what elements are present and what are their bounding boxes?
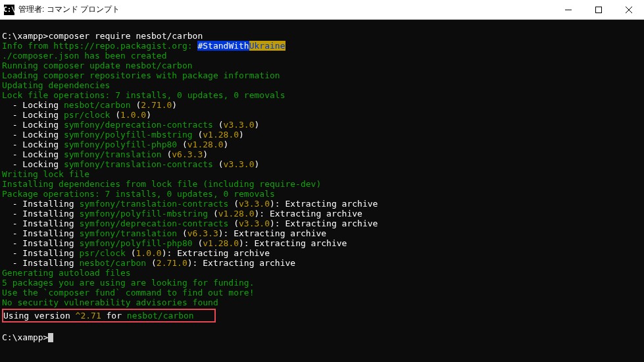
- terminal-line: Writing lock file: [2, 169, 642, 179]
- install-line: - Installing nesbot/carbon (2.71.0): Ext…: [2, 258, 642, 268]
- lock-paren: (: [131, 100, 141, 110]
- inst-paren: (: [208, 209, 218, 219]
- using-version-line: Using version ^2.71 for nesbot/carbon: [3, 311, 214, 321]
- lock-paren: (: [162, 149, 172, 159]
- install-line: - Installing symfony/translation (v6.3.3…: [2, 228, 642, 238]
- inst-post: ): Extracting archive: [218, 228, 326, 238]
- lock-paren: (: [177, 140, 187, 149]
- inst-pkg: symfony/translation: [79, 228, 177, 238]
- terminal-line: 5 packages you are using are looking for…: [2, 278, 642, 288]
- inst-paren: (: [228, 199, 239, 209]
- prompt-path: C:\xampp>: [2, 332, 48, 342]
- inst-post: ): Extracting archive: [239, 238, 347, 248]
- inst-pkg: symfony/translation-contracts: [79, 199, 228, 209]
- lock-pkg: symfony/translation-contracts: [64, 159, 213, 169]
- inst-paren: (: [177, 228, 187, 238]
- lock-paren: ): [146, 110, 151, 120]
- ukraine-text: Ukraine: [249, 41, 285, 51]
- lock-ver: 1.0.0: [120, 110, 146, 120]
- minimize-icon: [565, 7, 572, 13]
- maximize-button[interactable]: [583, 0, 614, 20]
- terminal-line: No security vulnerability advisories fou…: [2, 297, 642, 307]
- close-icon: [626, 7, 632, 13]
- lock-paren: (: [110, 110, 120, 120]
- inst-ver: v3.3.0: [239, 199, 270, 209]
- inst-ver: v1.28.0: [203, 238, 239, 248]
- info-text: Info from https://repo.packagist.org:: [2, 41, 197, 51]
- inst-pkg: symfony/polyfill-mbstring: [79, 209, 208, 219]
- cursor: [48, 333, 53, 342]
- prompt-command: composer require nesbot/carbon: [48, 31, 203, 41]
- lock-prefix: - Locking: [2, 149, 64, 159]
- lock-prefix: - Locking: [2, 159, 64, 169]
- prompt-line: C:\xampp>: [2, 332, 642, 342]
- terminal-line: Lock file operations: 7 installs, 0 upda…: [2, 90, 642, 100]
- install-line: - Installing symfony/translation-contrac…: [2, 199, 642, 209]
- lock-paren: ): [203, 149, 208, 159]
- inst-post: ): Extracting archive: [270, 199, 378, 209]
- inst-pkg: symfony/polyfill-php80: [79, 238, 192, 248]
- lock-paren: ): [255, 159, 260, 169]
- lock-line: - Locking symfony/polyfill-php80 (v1.28.…: [2, 140, 642, 149]
- titlebar: C:\ 管理者: コマンド プロンプト: [0, 0, 644, 20]
- prompt-line: C:\xampp>composer require nesbot/carbon: [2, 31, 642, 41]
- lock-ver: v6.3.3: [172, 149, 203, 159]
- inst-paren: (: [193, 238, 203, 248]
- terminal-line: ./composer.json has been created: [2, 51, 642, 61]
- lock-ver: v1.28.0: [203, 130, 239, 140]
- inst-prefix: - Installing: [2, 219, 79, 228]
- lock-line: - Locking nesbot/carbon (2.71.0): [2, 100, 642, 110]
- lock-pkg: nesbot/carbon: [64, 100, 131, 110]
- lock-prefix: - Locking: [2, 110, 64, 120]
- lock-paren: (: [213, 120, 224, 130]
- inst-prefix: - Installing: [2, 199, 79, 209]
- lock-line: - Locking psr/clock (1.0.0): [2, 110, 642, 120]
- terminal-line: Updating dependencies: [2, 80, 642, 90]
- terminal-line: Installing dependencies from lock file (…: [2, 179, 642, 189]
- install-line: - Installing psr/clock (1.0.0): Extracti…: [2, 248, 642, 258]
- inst-ver: 1.0.0: [136, 248, 162, 258]
- terminal-line: [2, 323, 642, 332]
- inst-prefix: - Installing: [2, 258, 79, 268]
- inst-prefix: - Installing: [2, 238, 79, 248]
- terminal-output[interactable]: C:\xampp>composer require nesbot/carbon …: [0, 20, 644, 362]
- install-line: - Installing symfony/deprecation-contrac…: [2, 219, 642, 228]
- install-line: - Installing symfony/polyfill-mbstring (…: [2, 209, 642, 219]
- inst-ver: v1.28.0: [218, 209, 255, 219]
- lock-paren: (: [213, 159, 224, 169]
- inst-prefix: - Installing: [2, 248, 79, 258]
- cmd-icon: C:\: [4, 5, 14, 15]
- uv-pad: [194, 311, 214, 321]
- uv-pkg: nesbot/carbon: [127, 311, 194, 321]
- inst-post: ): Extracting archive: [162, 248, 270, 258]
- window-controls: [553, 0, 644, 20]
- inst-post: ): Extracting archive: [270, 219, 378, 228]
- lock-paren: (: [193, 130, 203, 140]
- window-title: 管理者: コマンド プロンプト: [18, 4, 120, 15]
- close-button[interactable]: [614, 0, 644, 20]
- inst-post: ): Extracting archive: [255, 209, 362, 219]
- inst-ver: v6.3.3: [187, 228, 218, 238]
- lock-prefix: - Locking: [2, 120, 64, 130]
- terminal-line: Loading composer repositories with packa…: [2, 70, 642, 80]
- terminal-line: Use the `composer fund` command to find …: [2, 288, 642, 297]
- lock-paren: ): [224, 140, 229, 149]
- lock-pkg: symfony/polyfill-php80: [64, 140, 177, 149]
- uv-pre: Using version: [3, 311, 76, 321]
- minimize-button[interactable]: [553, 0, 583, 20]
- lock-pkg: symfony/translation: [64, 149, 162, 159]
- inst-pkg: psr/clock: [79, 248, 125, 258]
- lock-paren: ): [239, 130, 244, 140]
- terminal-line: Generating autoload files: [2, 268, 642, 278]
- lock-ver: v3.3.0: [224, 120, 255, 130]
- lock-prefix: - Locking: [2, 100, 64, 110]
- inst-ver: v3.3.0: [239, 219, 270, 228]
- inst-prefix: - Installing: [2, 209, 79, 219]
- lock-ver: v1.28.0: [187, 140, 224, 149]
- terminal-line: Package operations: 7 installs, 0 update…: [2, 189, 642, 199]
- lock-pkg: symfony/polyfill-mbstring: [64, 130, 193, 140]
- lock-paren: ): [255, 120, 260, 130]
- prompt-path: C:\xampp>: [2, 31, 48, 41]
- command-prompt-window: C:\ 管理者: コマンド プロンプト C:\xampp>composer re…: [0, 0, 644, 362]
- lock-line: - Locking symfony/deprecation-contracts …: [2, 120, 642, 130]
